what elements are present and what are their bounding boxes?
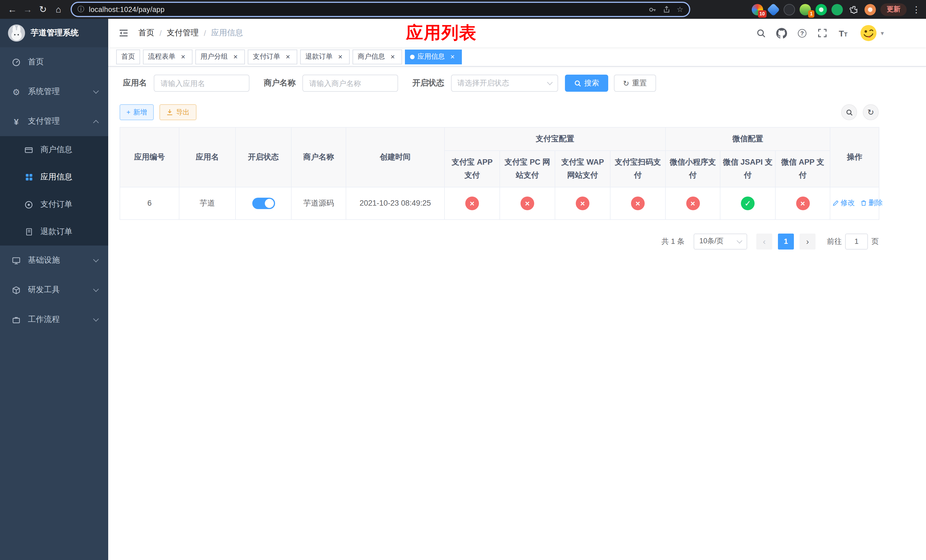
app-logo[interactable]: 芋道管理系统 — [0, 19, 108, 47]
breadcrumb-payment[interactable]: 支付管理 — [167, 28, 199, 38]
url-text: localhost:1024/pay/app — [89, 5, 646, 14]
cell-alipay-qr: × — [610, 187, 666, 219]
browser-back-button[interactable]: ← — [5, 2, 20, 17]
close-icon[interactable]: × — [336, 52, 345, 61]
browser-reload-button[interactable]: ↻ — [35, 2, 51, 17]
col-header-status: 开启状态 — [236, 127, 291, 187]
sidebar-item-pay-order[interactable]: 支付订单 — [0, 191, 108, 218]
prev-page-button[interactable]: ‹ — [756, 233, 772, 250]
gear-icon: ⚙ — [11, 88, 21, 96]
page-1-button[interactable]: 1 — [778, 233, 794, 250]
tab-user-group[interactable]: 用户分组× — [195, 49, 245, 64]
goto-page: 前往 页 — [827, 233, 879, 250]
sidebar-item-infrastructure[interactable]: 基础设施 — [0, 245, 108, 275]
sidebar-item-app-info[interactable]: 应用信息 — [0, 163, 108, 191]
edit-button[interactable]: 修改 — [832, 198, 855, 208]
goto-page-input[interactable] — [845, 233, 868, 250]
reset-button[interactable]: ↻ 重置 — [614, 75, 656, 92]
status-select[interactable]: 请选择开启状态 — [451, 75, 558, 92]
tab-merchant-info[interactable]: 商户信息× — [353, 49, 402, 64]
tab-process-form[interactable]: 流程表单× — [143, 49, 192, 64]
extension-icon-colorful[interactable]: 10 — [752, 4, 763, 15]
cell-actions: 修改 删除 — [830, 187, 879, 219]
github-icon[interactable] — [776, 27, 787, 39]
sidebar-item-label: 支付订单 — [41, 200, 98, 210]
page-size-select[interactable]: 10条/页 — [694, 233, 747, 250]
breadcrumb-home[interactable]: 首页 — [138, 28, 154, 38]
sidebar-item-home[interactable]: 首页 — [0, 47, 108, 77]
extension-icon-green[interactable] — [831, 4, 843, 15]
sidebar-item-workflow[interactable]: 工作流程 — [0, 305, 108, 334]
tab-app-info[interactable]: 应用信息× — [405, 49, 462, 64]
browser-menu-button[interactable]: ⋮ — [911, 4, 921, 15]
sidebar-item-label: 基础设施 — [28, 255, 94, 265]
table-row: 6 芋道 芋道源码 2021-10-23 08:49:25 × × × × × — [120, 187, 879, 219]
extension-icon-blue-diamond[interactable] — [767, 3, 780, 16]
search-icon — [574, 79, 581, 87]
export-button[interactable]: 导出 — [159, 104, 197, 120]
close-icon[interactable]: × — [231, 52, 240, 61]
sidebar-item-refund-order[interactable]: 退款订单 — [0, 218, 108, 245]
add-button[interactable]: + 新增 — [120, 104, 154, 120]
sidebar-toggle-button[interactable] — [117, 27, 130, 39]
tab-refund-order[interactable]: 退款订单× — [300, 49, 350, 64]
share-icon[interactable] — [660, 3, 673, 16]
merchant-name-filter: 商户名称 — [264, 75, 398, 92]
sidebar-item-label: 系统管理 — [28, 86, 94, 97]
col-header-wechat-jsapi: 微信 JSAPI 支付 — [720, 151, 775, 187]
logo-image — [8, 24, 25, 42]
plus-icon: + — [126, 108, 130, 116]
caret-down-icon: ▾ — [881, 29, 884, 37]
extension-icon-dark[interactable] — [784, 4, 795, 15]
cell-merchant: 芋道源码 — [291, 187, 346, 219]
extension-icon-avatar[interactable]: 1 — [800, 4, 811, 15]
status-toggle[interactable] — [252, 198, 275, 209]
sidebar-item-label: 退款订单 — [41, 227, 98, 237]
breadcrumb-separator: / — [204, 29, 206, 38]
app-title: 芋道管理系统 — [31, 28, 79, 38]
next-page-button[interactable]: › — [800, 233, 816, 250]
tab-home[interactable]: 首页 — [116, 49, 140, 64]
extension-icon-wechat[interactable] — [816, 4, 827, 15]
search-icon[interactable] — [755, 27, 767, 39]
extensions-puzzle-icon[interactable] — [847, 3, 860, 16]
close-icon[interactable]: × — [284, 52, 292, 61]
help-icon[interactable]: ? — [796, 27, 808, 39]
grid-icon — [24, 173, 33, 181]
search-button-label: 搜索 — [584, 78, 599, 88]
browser-home-button[interactable]: ⌂ — [51, 2, 66, 17]
close-icon[interactable]: × — [179, 52, 188, 61]
refresh-table-button[interactable]: ↻ — [863, 104, 879, 120]
sidebar-item-system[interactable]: ⚙ 系统管理 — [0, 77, 108, 106]
chevron-down-icon — [93, 257, 99, 262]
trash-icon — [861, 200, 867, 206]
kebab-menu-icon: ⋮ — [912, 4, 921, 14]
chevron-down-icon — [93, 316, 99, 322]
close-icon[interactable]: × — [448, 52, 457, 61]
search-button[interactable]: 搜索 — [565, 75, 608, 92]
search-icon — [846, 109, 853, 116]
font-size-icon[interactable]: TT — [837, 27, 849, 39]
sidebar-item-devtools[interactable]: 研发工具 — [0, 275, 108, 305]
page-title: 应用列表 — [406, 21, 477, 45]
site-info-icon[interactable]: ⓘ — [77, 5, 84, 14]
chrome-update-button[interactable]: 更新 — [881, 3, 906, 16]
tab-pay-order[interactable]: 支付订单× — [248, 49, 297, 64]
sidebar-item-merchant-info[interactable]: 商户信息 — [0, 136, 108, 163]
close-icon[interactable]: × — [388, 52, 397, 61]
password-key-icon[interactable] — [646, 3, 660, 16]
user-menu[interactable]: ▾ — [860, 24, 884, 42]
app-name-label: 应用名 — [123, 78, 147, 88]
navbar: 首页 / 支付管理 / 应用信息 应用列表 ? — [108, 19, 926, 47]
toggle-search-button[interactable] — [841, 104, 857, 120]
payment-submenu: 商户信息 应用信息 支付订单 — [0, 136, 108, 245]
merchant-name-input[interactable] — [303, 75, 398, 92]
app-name-input[interactable] — [154, 75, 250, 92]
browser-forward-button[interactable]: → — [20, 2, 35, 17]
address-bar[interactable]: ⓘ localhost:1024/pay/app ☆ — [71, 2, 690, 17]
bookmark-star-icon[interactable]: ☆ — [673, 3, 687, 16]
profile-avatar-icon[interactable] — [864, 4, 876, 15]
sidebar-item-payment[interactable]: ¥ 支付管理 — [0, 106, 108, 136]
fullscreen-icon[interactable] — [817, 27, 828, 39]
delete-button[interactable]: 删除 — [861, 198, 883, 208]
